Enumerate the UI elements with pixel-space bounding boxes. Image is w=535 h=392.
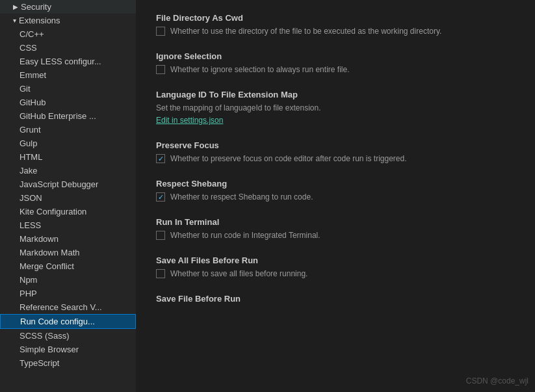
- sidebar-item-markdown[interactable]: Markdown: [0, 232, 136, 246]
- sidebar-label-extensions: Extensions: [19, 16, 60, 25]
- sidebar-label-security: Security: [21, 2, 51, 12]
- setting-text-file-directory-as-cwd: Whether to use the directory of the file…: [170, 27, 441, 36]
- setting-title-preserve-focus: Preserve Focus: [156, 140, 515, 150]
- sidebar-item-kite-configuration[interactable]: Kite Configuration: [0, 205, 136, 218]
- setting-title-language-id-map: Language ID To File Extension Map: [156, 90, 515, 99]
- sidebar-label-css: CSS: [20, 43, 37, 53]
- sidebar-item-css[interactable]: CSS: [0, 41, 136, 55]
- sidebar-item-cpp[interactable]: C/C++: [0, 27, 136, 41]
- sidebar-label-github: GitHub: [20, 98, 46, 107]
- sidebar-label-kite-configuration: Kite Configuration: [20, 207, 86, 216]
- sidebar-label-easy-less: Easy LESS configur...: [20, 57, 101, 66]
- sidebar-label-php: PHP: [20, 289, 37, 298]
- setting-text-ignore-selection: Whether to ignore selection to always ru…: [170, 65, 349, 74]
- sidebar-item-run-code-config[interactable]: Run Code configu...: [0, 314, 136, 329]
- sidebar-label-reference-search: Reference Search V...: [20, 302, 102, 312]
- sidebar-label-simple-browser: Simple Browser: [20, 345, 79, 354]
- sidebar-item-jake[interactable]: Jake: [0, 164, 136, 177]
- setting-save-all-files-before-run: Save All Files Before Run Whether to sav…: [156, 255, 515, 278]
- sidebar-label-merge-conflict: Merge Conflict: [20, 261, 74, 271]
- sidebar-label-npm: Npm: [20, 275, 37, 285]
- sidebar-label-typescript: TypeScript: [20, 358, 59, 368]
- sidebar-label-gulp: Gulp: [20, 138, 37, 148]
- setting-text-preserve-focus: Whether to preserve focus on code editor…: [170, 154, 407, 163]
- sidebar-item-easy-less[interactable]: Easy LESS configur...: [0, 55, 136, 68]
- sidebar-label-jake: Jake: [20, 166, 37, 176]
- setting-language-id-map: Language ID To File Extension Map Set th…: [156, 90, 515, 125]
- checkbox-run-in-terminal[interactable]: [156, 231, 165, 240]
- setting-title-save-file-before-run: Save File Before Run: [156, 294, 515, 304]
- setting-title-ignore-selection: Ignore Selection: [156, 51, 515, 61]
- checkbox-ignore-selection[interactable]: [156, 65, 165, 74]
- sidebar-item-git[interactable]: Git: [0, 82, 136, 96]
- sidebar-item-gulp[interactable]: Gulp: [0, 137, 136, 150]
- sidebar-label-json: JSON: [20, 193, 42, 203]
- sidebar-label-emmet: Emmet: [20, 70, 46, 80]
- checkbox-respect-shebang[interactable]: [156, 192, 165, 202]
- edit-in-settings-json-link[interactable]: Edit in settings.json: [156, 116, 223, 125]
- sidebar-item-json[interactable]: JSON: [0, 191, 136, 205]
- sidebar-label-grunt: Grunt: [20, 125, 41, 135]
- sidebar-label-markdown-math: Markdown Math: [20, 248, 79, 257]
- setting-preserve-focus: Preserve Focus Whether to preserve focus…: [156, 140, 515, 163]
- setting-text-run-in-terminal: Whether to run code in Integrated Termin…: [170, 231, 320, 240]
- sidebar-item-scss-sass[interactable]: SCSS (Sass): [0, 329, 136, 343]
- sidebar-label-markdown: Markdown: [20, 234, 59, 244]
- sidebar-label-less: LESS: [20, 220, 41, 230]
- sidebar-item-emmet[interactable]: Emmet: [0, 68, 136, 82]
- setting-run-in-terminal: Run In Terminal Whether to run code in I…: [156, 217, 515, 240]
- setting-title-file-directory-as-cwd: File Directory As Cwd: [156, 13, 515, 23]
- setting-desc-run-in-terminal: Whether to run code in Integrated Termin…: [156, 231, 515, 240]
- checkbox-preserve-focus[interactable]: [156, 154, 165, 163]
- setting-desc-preserve-focus: Whether to preserve focus on code editor…: [156, 154, 515, 163]
- sidebar-item-npm[interactable]: Npm: [0, 273, 136, 287]
- sidebar-item-simple-browser[interactable]: Simple Browser: [0, 343, 136, 356]
- setting-text-language-id-map: Set the mapping of languageId to file ex…: [156, 103, 321, 112]
- sidebar-item-grunt[interactable]: Grunt: [0, 123, 136, 137]
- setting-ignore-selection: Ignore Selection Whether to ignore selec…: [156, 51, 515, 74]
- sidebar-label-scss-sass: SCSS (Sass): [20, 331, 70, 341]
- sidebar-item-security[interactable]: ▶ Security: [0, 0, 136, 14]
- sidebar-item-php[interactable]: PHP: [0, 287, 136, 300]
- setting-title-run-in-terminal: Run In Terminal: [156, 217, 515, 227]
- sidebar-label-github-enterprise: GitHub Enterprise ...: [20, 111, 96, 121]
- sidebar-item-markdown-math[interactable]: Markdown Math: [0, 246, 136, 259]
- setting-desc-file-directory-as-cwd: Whether to use the directory of the file…: [156, 27, 515, 36]
- sidebar-item-reference-search[interactable]: Reference Search V...: [0, 300, 136, 314]
- sidebar-label-cpp: C/C++: [20, 29, 44, 39]
- sidebar-item-typescript[interactable]: TypeScript: [0, 356, 136, 370]
- checkbox-file-directory-as-cwd[interactable]: [156, 27, 165, 36]
- sidebar: ▶ Security ▾ Extensions C/C++ CSS Easy L…: [0, 0, 137, 392]
- sidebar-label-git: Git: [20, 84, 31, 94]
- sidebar-item-github[interactable]: GitHub: [0, 96, 136, 109]
- setting-file-directory-as-cwd: File Directory As Cwd Whether to use the…: [156, 13, 515, 36]
- sidebar-label-javascript-debugger: JavaScript Debugger: [20, 179, 98, 189]
- arrow-icon: ▾: [13, 17, 16, 24]
- setting-desc-respect-shebang: Whether to respect Shebang to run code.: [156, 192, 515, 202]
- sidebar-item-github-enterprise[interactable]: GitHub Enterprise ...: [0, 109, 136, 123]
- sidebar-item-merge-conflict[interactable]: Merge Conflict: [0, 259, 136, 273]
- sidebar-label-run-code-config: Run Code configu...: [20, 317, 95, 326]
- setting-text-save-all-files-before-run: Whether to save all files before running…: [170, 269, 307, 278]
- watermark: CSDN @code_wjl: [466, 376, 528, 385]
- sidebar-item-less[interactable]: LESS: [0, 218, 136, 232]
- main-content: File Directory As Cwd Whether to use the…: [137, 0, 535, 392]
- setting-desc-language-id-map: Set the mapping of languageId to file ex…: [156, 103, 515, 112]
- sidebar-item-html[interactable]: HTML: [0, 150, 136, 164]
- setting-save-file-before-run: Save File Before Run: [156, 294, 515, 304]
- setting-title-save-all-files-before-run: Save All Files Before Run: [156, 255, 515, 265]
- checkbox-save-all-files-before-run[interactable]: [156, 269, 165, 278]
- setting-desc-ignore-selection: Whether to ignore selection to always ru…: [156, 65, 515, 74]
- sidebar-item-javascript-debugger[interactable]: JavaScript Debugger: [0, 177, 136, 191]
- sidebar-label-html: HTML: [20, 152, 42, 162]
- setting-respect-shebang: Respect Shebang Whether to respect Sheba…: [156, 179, 515, 202]
- sidebar-item-extensions[interactable]: ▾ Extensions: [0, 14, 136, 27]
- setting-text-respect-shebang: Whether to respect Shebang to run code.: [170, 192, 313, 202]
- arrow-icon: ▶: [13, 3, 18, 10]
- setting-desc-save-all-files-before-run: Whether to save all files before running…: [156, 269, 515, 278]
- setting-title-respect-shebang: Respect Shebang: [156, 179, 515, 189]
